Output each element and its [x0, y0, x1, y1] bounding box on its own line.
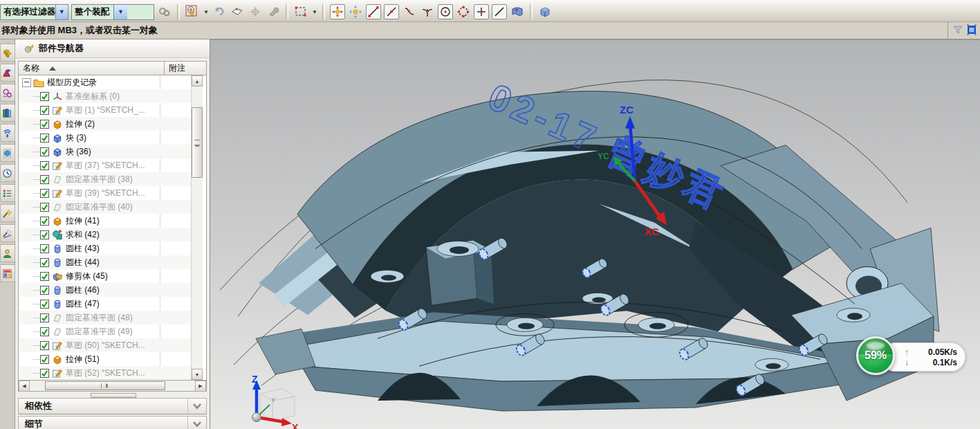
- chevron-down-icon[interactable]: ▼: [113, 5, 127, 19]
- tools-icon[interactable]: [266, 4, 281, 19]
- roles-icon[interactable]: [0, 244, 15, 262]
- chevron-down-icon[interactable]: ▼: [203, 9, 209, 15]
- scroll-right-icon[interactable]: ▶: [195, 381, 206, 392]
- ipw-navigator-icon[interactable]: [0, 84, 15, 102]
- tree-item[interactable]: 修剪体 (45): [19, 269, 191, 283]
- tree-item[interactable]: 草图 (39) “SKETCH...: [19, 186, 191, 200]
- collapse-icon[interactable]: [22, 78, 31, 87]
- checkbox-checked-icon[interactable]: [40, 300, 49, 309]
- assembly-navigator-icon[interactable]: [0, 44, 15, 62]
- selection-scope-combo[interactable]: 整个装配 ▼: [71, 4, 154, 20]
- vertical-scrollbar[interactable]: ▲ ▼: [191, 75, 203, 380]
- derived-gears-icon[interactable]: [157, 4, 172, 19]
- tree-item[interactable]: 固定基准平面 (38): [19, 172, 191, 186]
- graphics-window[interactable]: 02-17 曾妙君 ZC XC YC: [210, 39, 980, 429]
- checkbox-checked-icon[interactable]: [40, 286, 49, 295]
- tree-item[interactable]: 圆柱 (47): [19, 297, 191, 311]
- section-details[interactable]: 细节: [18, 416, 207, 429]
- tree-item[interactable]: 块 (36): [19, 145, 191, 158]
- tree-item[interactable]: 圆柱 (46): [19, 283, 191, 297]
- checkbox-checked-icon[interactable]: [40, 272, 49, 281]
- system-scenes-icon[interactable]: [0, 184, 15, 202]
- enable-snap-point-icon[interactable]: [330, 4, 345, 19]
- checkbox-checked-icon[interactable]: [40, 217, 49, 226]
- checkbox-checked-icon[interactable]: [40, 175, 49, 184]
- undo-icon[interactable]: [212, 4, 227, 19]
- tree-item[interactable]: 固定基准平面 (40): [19, 200, 191, 214]
- checkbox-checked-icon[interactable]: [40, 161, 49, 170]
- point-on-curve-icon[interactable]: [402, 4, 417, 19]
- checkbox-checked-icon[interactable]: [40, 258, 49, 267]
- tree-item[interactable]: 草图 (1) “SKETCH_...: [19, 103, 191, 117]
- tree-item[interactable]: 块 (3): [19, 131, 191, 145]
- checkbox-checked-icon[interactable]: [40, 120, 49, 129]
- point-on-face-icon[interactable]: [510, 4, 525, 19]
- checkbox-checked-icon[interactable]: [40, 355, 49, 364]
- checkbox-checked-icon[interactable]: [40, 92, 49, 101]
- tree-item[interactable]: 草图 (37) “SKETCH...: [19, 158, 191, 172]
- chevron-down-icon[interactable]: ▼: [312, 9, 317, 15]
- reuse-library-icon[interactable]: [0, 104, 15, 122]
- hd3d-tools-icon[interactable]: [0, 124, 15, 142]
- checkbox-checked-icon[interactable]: [40, 203, 49, 212]
- checkbox-checked-icon[interactable]: [40, 327, 49, 336]
- process-studio-icon[interactable]: [0, 204, 15, 222]
- constraint-navigator-icon[interactable]: [0, 64, 15, 82]
- checkbox-checked-icon[interactable]: [40, 341, 49, 350]
- tree-item[interactable]: 求和 (42): [19, 228, 191, 241]
- tree-item[interactable]: 拉伸 (51): [19, 352, 191, 366]
- net-monitor-widget[interactable]: ↑ 0.05K/s ↓ 0.1K/s 59%: [856, 336, 970, 378]
- intersection-point-icon[interactable]: [420, 4, 435, 19]
- column-name[interactable]: 名称: [19, 62, 165, 75]
- arc-center-icon[interactable]: [438, 4, 453, 19]
- tree-item-root[interactable]: 模型历史记录: [19, 75, 191, 89]
- selection-filter-combo[interactable]: 有选择过滤器 ▼: [0, 4, 68, 20]
- checkbox-checked-icon[interactable]: [40, 369, 49, 378]
- existing-point-icon[interactable]: [474, 4, 489, 19]
- scrollbar-thumb[interactable]: [192, 107, 203, 178]
- checkbox-checked-icon[interactable]: [40, 313, 49, 322]
- snap-point-handles-icon[interactable]: [348, 4, 363, 19]
- chevron-down-icon[interactable]: [187, 417, 206, 429]
- tree-item[interactable]: 固定基准平面 (49): [19, 325, 191, 338]
- chevron-down-icon[interactable]: [187, 399, 206, 414]
- checkbox-checked-icon[interactable]: [40, 230, 49, 239]
- point-on-line-icon[interactable]: [492, 4, 507, 19]
- scrollbar-thumb[interactable]: [45, 381, 165, 390]
- point-dialog-icon[interactable]: [248, 4, 263, 19]
- panel-splitter[interactable]: [15, 392, 210, 398]
- erase-icon[interactable]: [230, 4, 245, 19]
- splitter-grip[interactable]: [91, 393, 136, 398]
- history-palette-icon[interactable]: [0, 164, 15, 182]
- scroll-down-icon[interactable]: ▼: [192, 369, 203, 380]
- snap-angle-filter-icon[interactable]: [185, 4, 200, 19]
- section-dependencies[interactable]: 相依性: [18, 398, 207, 414]
- tree-item[interactable]: 圆柱 (44): [19, 255, 191, 269]
- tree-item[interactable]: 拉伸 (2): [19, 117, 191, 131]
- checkbox-checked-icon[interactable]: [40, 106, 49, 115]
- tree-item[interactable]: 拉伸 (41): [19, 214, 191, 228]
- tree-item[interactable]: 基准坐标系 (0): [19, 89, 191, 103]
- midpoint-snap-icon[interactable]: [384, 4, 399, 19]
- status-filter-icon[interactable]: [952, 24, 963, 37]
- web-browser-icon[interactable]: [0, 144, 15, 162]
- tree-item[interactable]: 固定基准平面 (48): [19, 311, 191, 325]
- tree-item[interactable]: 草图 (50) “SKETCH...: [19, 338, 191, 352]
- horizontal-scrollbar[interactable]: ◀ ▶: [18, 381, 207, 392]
- scroll-left-icon[interactable]: ◀: [19, 381, 30, 392]
- touch-window-icon[interactable]: [0, 264, 15, 282]
- wave-wizard-icon[interactable]: [0, 224, 15, 242]
- memory-usage-ball[interactable]: 59%: [856, 336, 895, 375]
- tree-item[interactable]: 草图 (52) “SKETCH...: [19, 366, 191, 380]
- checkbox-checked-icon[interactable]: [40, 147, 49, 156]
- endpoint-snap-icon[interactable]: [366, 4, 381, 19]
- window-icon[interactable]: [966, 24, 977, 37]
- checkbox-checked-icon[interactable]: [40, 189, 49, 198]
- column-note[interactable]: 附注: [165, 62, 206, 75]
- quadrant-point-icon[interactable]: [456, 4, 471, 19]
- rectangle-select-icon[interactable]: [293, 4, 308, 19]
- chevron-down-icon[interactable]: ▼: [55, 5, 68, 19]
- tree-item[interactable]: 圆柱 (43): [19, 241, 191, 255]
- checkbox-checked-icon[interactable]: [40, 134, 49, 143]
- scroll-up-icon[interactable]: ▲: [192, 75, 203, 86]
